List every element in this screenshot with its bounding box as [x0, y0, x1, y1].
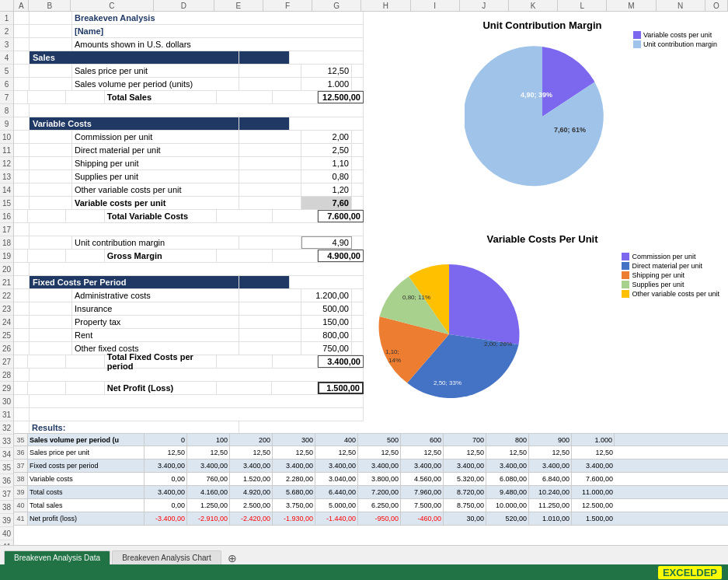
shipping-label: Shipping per unit: [72, 157, 239, 169]
row-num-38: 38: [0, 501, 13, 514]
row-num-3: 3: [0, 38, 13, 51]
supplies-label: Supplies per unit: [72, 170, 239, 183]
row-num-29: 29: [0, 382, 13, 395]
row-num-36: 36: [0, 474, 13, 487]
table-col-5: 500: [358, 434, 401, 445]
row-num-41: 41: [0, 540, 13, 545]
table-col-10: 1.000: [572, 434, 615, 445]
unit-contrib-margin-value[interactable]: 4,90: [301, 236, 352, 249]
row-num-11: 11: [0, 144, 13, 157]
chart1-legend-2: Unit contribution margin: [643, 40, 717, 48]
sales-volume-value[interactable]: 1.000: [301, 78, 352, 90]
row-num-28: 28: [0, 369, 13, 382]
trow-1-label: Sales price per unit: [28, 446, 145, 459]
tab-breakeven-data[interactable]: Breakeven Analysis Data: [4, 550, 110, 564]
total-sales-label: Total Sales: [105, 91, 217, 103]
chart2-legend-4: Supplies per unit: [632, 281, 684, 288]
table-col-8: 800: [486, 434, 529, 445]
trow-4-label: Total costs: [28, 486, 145, 498]
row-num-16: 16: [0, 210, 13, 223]
supplies-value[interactable]: 0,80: [301, 170, 352, 183]
total-fixed-costs-value: 3.400,00: [318, 355, 364, 368]
row-num-21: 21: [0, 276, 13, 289]
row-num-2: 2: [0, 25, 13, 38]
svg-text:1,10;: 1,10;: [385, 348, 399, 355]
insurance-label: Insurance: [72, 302, 239, 315]
col-header-o: O: [705, 0, 728, 11]
row-numbers: 1 2 3 4 5 6 7 8 9 10 11 12 13 14 15 16 1…: [0, 12, 14, 545]
row-num-6: 6: [0, 78, 13, 91]
trow-3-label: Variable costs: [28, 473, 145, 485]
chart1-title: Unit Contribution Margin: [364, 16, 721, 31]
admin-costs-label: Administrative costs: [72, 289, 239, 302]
svg-text:4,90; 39%: 4,90; 39%: [521, 91, 552, 99]
row-num-37: 37: [0, 487, 13, 501]
col-header-l: L: [558, 0, 607, 11]
exceldep-logo: EXCELDEP: [658, 566, 722, 579]
var-costs-per-unit-label: Variable costs per unit: [72, 197, 239, 209]
spreadsheet-title: Breakeven Analysis: [72, 12, 364, 24]
chart2-container: Variable Costs Per Unit Commission per u…: [364, 233, 721, 466]
sales-price-value[interactable]: 12,50: [301, 65, 352, 77]
trow-2-label: Fixed costs per period: [28, 459, 145, 472]
property-tax-value[interactable]: 150,00: [301, 316, 352, 328]
chart2-legend-5: Other variable costs per unit: [632, 290, 719, 298]
shipping-value[interactable]: 1,10: [301, 157, 352, 169]
col-header-j: J: [460, 0, 509, 11]
svg-text:0,80; 11%: 0,80; 11%: [402, 294, 430, 301]
svg-text:14%: 14%: [388, 357, 401, 364]
gross-margin-label: Gross Margin: [105, 250, 217, 262]
add-tab-button[interactable]: ⊕: [223, 552, 242, 564]
col-header-e: E: [214, 0, 263, 11]
table-col-7: 700: [444, 434, 486, 445]
row-num-24: 24: [0, 316, 13, 329]
col-header-a: A: [14, 0, 29, 11]
variable-costs-header: Variable Costs: [30, 117, 239, 130]
results-label: Results:: [30, 421, 239, 434]
row-num-5: 5: [0, 65, 13, 78]
row-num-40: 40: [0, 527, 13, 540]
row-num-8: 8: [0, 104, 13, 117]
row-num-26: 26: [0, 342, 13, 355]
admin-costs-value[interactable]: 1.200,00: [301, 289, 352, 302]
row-num-25: 25: [0, 329, 13, 342]
status-bar: EXCELDEP: [0, 564, 728, 580]
row-num-30: 30: [0, 395, 13, 408]
row-num-23: 23: [0, 302, 13, 316]
row-num-31: 31: [0, 408, 13, 421]
rent-value[interactable]: 800,00: [301, 329, 352, 341]
var-costs-per-unit-value: 7,60: [301, 197, 352, 209]
total-fixed-costs-label: Total Fixed Costs per period: [105, 355, 217, 368]
row-num-22: 22: [0, 289, 13, 302]
row-num-9: 9: [0, 117, 13, 131]
table-col-9: 900: [529, 434, 572, 445]
other-fixed-value[interactable]: 750,00: [301, 342, 352, 355]
chart1-container: Unit Contribution Margin Variable costs …: [364, 16, 721, 222]
direct-material-label: Direct material per unit: [72, 144, 239, 156]
row-num-32: 32: [0, 421, 13, 435]
subtitle-cell: Amounts shown in U.S. dollars: [72, 38, 364, 51]
tab-bar: Breakeven Analysis Data Breakeven Analys…: [0, 545, 728, 564]
col-header-row-num: [0, 0, 14, 11]
tab-breakeven-chart[interactable]: Breakeven Analysis Chart: [112, 550, 221, 564]
commission-value[interactable]: 2,00: [301, 131, 352, 143]
col-header-g: G: [312, 0, 361, 11]
net-profit-label: Net Profit (Loss): [105, 382, 217, 394]
other-var-value[interactable]: 1,20: [301, 183, 352, 196]
chart2-legend-3: Shipping per unit: [632, 271, 684, 279]
col-header-m: M: [607, 0, 656, 11]
insurance-value[interactable]: 500,00: [301, 302, 352, 315]
name-cell[interactable]: [Name]: [72, 25, 364, 37]
svg-text:2,00; 26%: 2,00; 26%: [484, 341, 512, 348]
col-header-b: B: [29, 0, 70, 11]
commission-label: Commission per unit: [72, 131, 239, 143]
direct-material-value[interactable]: 2,50: [301, 144, 352, 156]
chart2-pie: 2,00; 26% 2,50; 33% 1,10; 14% 0,80; 11%: [371, 257, 527, 412]
row-num-7: 7: [0, 91, 13, 104]
row-num-13: 13: [0, 170, 13, 183]
svg-text:2,50; 33%: 2,50; 33%: [434, 379, 462, 386]
row-num-27: 27: [0, 355, 13, 369]
col-header-f: F: [263, 0, 312, 11]
col-header-h: H: [361, 0, 410, 11]
row-num-39: 39: [0, 514, 13, 527]
